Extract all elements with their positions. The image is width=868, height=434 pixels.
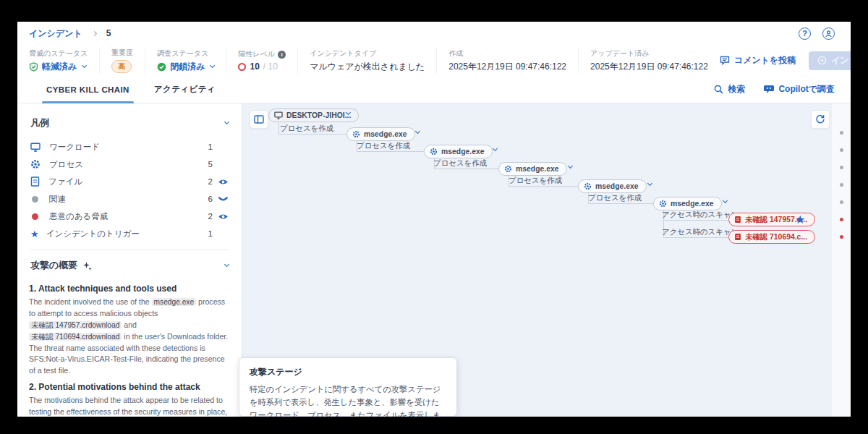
minimap-dot[interactable] [840,131,843,135]
account-icon[interactable] [822,27,835,40]
malicious-dot-icon [32,213,38,220]
chevron-down-icon[interactable] [210,63,215,68]
expand-panel-button[interactable] [250,110,268,129]
chevron-down-icon[interactable] [647,181,652,186]
minimap-dot-threat[interactable] [840,218,843,221]
legend-label: ファイル [48,176,82,187]
legend-count: 2 [200,212,213,221]
minimap-dot[interactable] [840,148,843,152]
process-node[interactable]: msedge.exe [424,145,493,158]
legend-label: 関連 [49,194,66,205]
sparkle-icon [82,261,92,271]
chevron-down-icon[interactable] [415,129,420,134]
copilot-investigate-button[interactable]: Copilotで調査 [764,83,835,95]
investigation-status-label: 調査ステータス [157,48,214,59]
trigger-star-icon: ★ [30,229,39,239]
eye-icon[interactable] [218,178,229,186]
incident-type-label: インシデントタイプ [310,48,425,59]
summary-text: and [122,320,137,329]
incident-trigger-star-icon[interactable]: ★ [795,214,805,226]
search-label: 検索 [728,83,745,95]
legend-item-incident-trigger[interactable]: ★ インシデントのトリガー 1 [17,225,242,242]
field-updated: アップデート済み 2025年12月19日 09:47:46:122 [578,48,720,74]
threat-status-value[interactable]: 軽減済み [42,61,77,73]
legend-item-malicious-threat[interactable]: 悪意のある脅威 2 [17,208,242,225]
help-icon[interactable]: ? [799,27,811,40]
legend-label: プロセス [49,159,83,170]
legend-title: 凡例 [30,116,49,129]
process-node[interactable]: msedge.exe [346,127,415,141]
edge-line [663,237,728,238]
legend-label: インシデントのトリガー [46,229,140,239]
edge-line [278,123,279,135]
process-icon [659,200,667,208]
process-node[interactable]: msedge.exe [498,162,567,176]
minimap-dot[interactable] [840,166,843,169]
process-node[interactable]: msedge.exe [653,197,722,210]
legend-item-related[interactable]: 関連 6 [17,190,242,208]
legend-count: 1 [200,229,213,238]
curve-icon[interactable] [218,195,229,203]
summarize-incident-label: インシデント全体を概説 [831,54,851,67]
legend-item-process[interactable]: プロセス 5 [17,156,242,173]
threat-file-node[interactable]: 未確認 710694.c... [728,230,815,244]
search-button[interactable]: 検索 [714,83,745,95]
tab-bar: CYBER KILL CHAIN アクティビティ 検索 Copilotで調査 [17,76,851,103]
edge-label-create-process: プロセスを作成 [509,176,562,186]
legend-count: 2 [200,177,213,186]
status-bar: 脅威のステータス 軽減済み 重要度 高 調査ステータス 閉鎖済み [17,45,851,76]
edge-label-on-access-scan: アクセス時のスキャン [662,210,739,220]
tab-cyber-kill-chain[interactable]: CYBER KILL CHAIN [46,76,129,103]
edge-label-on-access-scan: アクセス時のスキャン [662,227,739,237]
minimap-dot[interactable] [840,183,843,187]
edge-line [278,134,346,135]
eye-icon[interactable] [218,213,229,221]
minimap-dot[interactable] [840,200,843,204]
workload-icon [274,111,283,119]
summary-section-heading: 2. Potential motivations behind the atta… [29,382,230,392]
summarize-incident-button[interactable]: インシデント全体を概説 [809,51,851,70]
legend-item-file[interactable]: ファイル 2 [17,173,242,190]
chevron-down-icon[interactable] [224,119,229,124]
info-icon[interactable]: i [278,51,286,59]
summary-section-text: The incident involved the use of the mse… [29,297,230,376]
chevron-down-icon[interactable] [82,63,87,68]
attack-stage-tooltip: 攻撃ステージ 特定のインシデントに関するすべての攻撃ステージを時系列で表示し、発… [239,357,457,417]
refresh-button[interactable] [811,110,830,129]
chevron-down-icon[interactable] [493,146,498,151]
workload-node-label: DESKTOP-JIHOI... [286,111,351,119]
legend-item-workload[interactable]: ワークロード 1 [17,138,242,156]
summary-section-text: The motivations behind the attack appear… [29,395,230,417]
chevron-down-icon[interactable] [224,262,229,267]
post-comment-button[interactable]: コメントを投稿 [720,54,796,67]
process-node-label: msedge.exe [516,165,559,173]
chevron-down-icon[interactable] [723,198,728,203]
workload-node[interactable]: DESKTOP-JIHOI... [268,109,359,122]
legend-header[interactable]: 凡例 [17,114,242,132]
edge-line [588,203,653,204]
legend-label: 悪意のある脅威 [49,211,108,222]
process-node-label: msedge.exe [441,148,485,156]
legend-list: ワークロード 1 プロセス 5 [17,138,242,242]
breadcrumb-current: 5 [106,28,111,38]
comment-icon [720,56,730,65]
chevron-down-icon[interactable] [568,163,573,169]
attack-summary-header[interactable]: 攻撃の概要 [17,250,242,276]
positivity-label: 陽性レベル [238,49,275,59]
severity-label: 重要度 [111,48,133,58]
legend-count: 5 [200,160,213,169]
incident-window: インシデント 5 ? 脅威のステータス 軽減済み [17,22,851,417]
file-chip: 未確認 710694.crdownload [29,333,122,341]
copilot-investigate-label: Copilotで調査 [778,83,835,95]
investigation-status-value[interactable]: 閉鎖済み [170,61,205,73]
process-node[interactable]: msedge.exe [578,179,647,193]
process-icon [504,165,512,173]
created-label: 作成 [448,48,566,59]
edge-label-create-process: プロセスを作成 [433,158,487,169]
minimap-dot-threat[interactable] [840,235,843,239]
incident-type-value: マルウェアが検出されました [310,61,425,73]
edge-line [434,169,498,169]
workload-icon [30,142,41,152]
tab-activity[interactable]: アクティビティ [154,76,216,103]
breadcrumb-incidents-link[interactable]: インシデント [29,27,82,40]
